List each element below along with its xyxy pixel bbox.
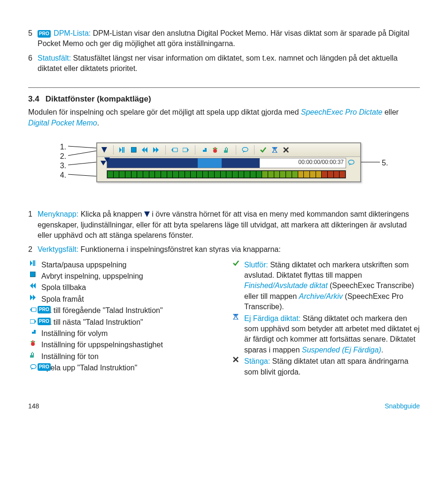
- function-text: Gå till föregående "Talad Instruktion": [41, 305, 217, 316]
- item-text: DPM-Listan visar den anslutna Digital Po…: [38, 29, 409, 47]
- stop-icon[interactable]: [130, 146, 138, 154]
- toolbar-functions-right: Slutför: Stäng diktatet och markera utsk…: [231, 260, 420, 378]
- toolbar-separator: [165, 145, 166, 155]
- callout-lines-left: [68, 142, 96, 186]
- toolbar-separator: [113, 145, 114, 155]
- player-vu-row: [97, 169, 360, 181]
- forward-icon[interactable]: [152, 146, 161, 154]
- menu-button-icon[interactable]: [100, 146, 108, 154]
- callout-lines-right: [361, 142, 380, 186]
- function-item: Spola tillbaka: [28, 282, 217, 293]
- tone-icon[interactable]: [223, 146, 231, 154]
- player-timeline-row: 00:00:00/00:00:37: [97, 157, 360, 169]
- intro-mid: eller: [382, 108, 399, 116]
- prev-instruction-icon[interactable]: [170, 146, 179, 154]
- tone-icon: [30, 352, 37, 358]
- function-item: Stänga: Stäng diktatet utan att spara än…: [231, 356, 420, 377]
- inline-link: Finished/Avslutade diktat: [244, 281, 328, 289]
- next-instruction-icon[interactable]: [182, 146, 190, 154]
- play-pause-icon[interactable]: [118, 146, 127, 154]
- svg-line-24: [68, 162, 96, 165]
- callout-3: 3.: [60, 161, 66, 171]
- finish-icon[interactable]: [259, 146, 268, 154]
- play-icon: [30, 260, 37, 266]
- inline-link: Archive/Arkiv: [299, 292, 343, 300]
- figure-left-callouts: 1. 2. 3. 4.: [60, 142, 66, 180]
- compact-player-window: 00:00:00/00:00:37: [96, 142, 361, 182]
- rewind-icon[interactable]: [141, 146, 149, 154]
- instruction-balloon-button[interactable]: [346, 160, 357, 166]
- page-number: 148: [28, 402, 39, 411]
- close-icon: [233, 357, 239, 362]
- pro-badge: PRO: [38, 306, 51, 313]
- vu-meter: [107, 170, 346, 179]
- function-item: Starta/pausa uppspelning: [28, 260, 217, 270]
- function-item: Inställning för ton: [28, 352, 217, 362]
- item-label: Menyknapp:: [38, 210, 78, 218]
- function-text: Inställning för ton: [41, 352, 217, 362]
- callout-1: 1.: [60, 142, 66, 152]
- section-intro: Modulen för inspelning och spelare gör d…: [28, 107, 420, 128]
- toolbar-separator: [236, 145, 236, 155]
- function-text: Spola tillbaka: [41, 282, 217, 293]
- intro-after: .: [97, 119, 99, 127]
- timeline-time: 00:00:00/00:00:37: [298, 158, 344, 166]
- page-footer: 148 Snabbguide: [28, 402, 420, 411]
- item-number: 5: [28, 28, 38, 49]
- timeline-playhead-icon[interactable]: [104, 157, 110, 162]
- player-toolbar: [97, 143, 360, 157]
- fwd-icon: [30, 295, 37, 300]
- link-speechexec: SpeechExec Pro Dictate: [301, 108, 382, 116]
- item-text: Klicka på knappen: [81, 210, 144, 218]
- function-item: Ej Färdiga diktat: Stäng diktatet och ma…: [231, 313, 420, 356]
- section-number: 3.4: [28, 94, 43, 105]
- function-item: Slutför: Stäng diktatet och markera utsk…: [231, 260, 420, 312]
- item-number: 6: [28, 53, 38, 74]
- stop-icon: [30, 272, 37, 277]
- footer-label: Snabbguide: [385, 402, 420, 411]
- function-text: Avbryt inspelning, uppspelning: [41, 271, 217, 281]
- function-text: Spela upp "Talad Instruktion": [41, 363, 217, 373]
- function-text: Starta/pausa uppspelning: [41, 260, 217, 270]
- prev-instr-icon: PRO: [30, 306, 52, 313]
- balloon-icon: PRO: [30, 363, 52, 371]
- toolbar-separator: [195, 145, 195, 155]
- function-text: Gå till nästa "Talad Instruktion": [41, 317, 217, 328]
- function-lead: Slutför:: [244, 261, 268, 269]
- function-text-part: .: [381, 346, 383, 354]
- callout-4: 4.: [60, 171, 66, 180]
- pro-badge: PRO: [38, 318, 51, 325]
- function-item: Inställning för volym: [28, 328, 217, 339]
- function-item: PROSpela upp "Talad Instruktion": [28, 363, 217, 373]
- function-lead: Stänga:: [244, 357, 270, 365]
- function-text: Spola framåt: [41, 294, 217, 305]
- function-text: Inställning för uppspelningshastighet: [41, 340, 217, 350]
- figure-right-callouts: 5.: [382, 142, 388, 168]
- function-text: Inställning för volym: [41, 328, 217, 339]
- svg-line-22: [68, 146, 96, 148]
- function-item: Spola framåt: [28, 294, 217, 305]
- svg-line-23: [68, 151, 96, 156]
- volume-icon[interactable]: [200, 146, 209, 154]
- item-label: DPM-Lista:: [54, 29, 91, 37]
- svg-line-25: [68, 174, 96, 176]
- suspend-icon[interactable]: [270, 146, 279, 154]
- toolbar-separator: [254, 145, 255, 155]
- speed-icon: [30, 340, 37, 346]
- callout-5: 5.: [382, 158, 388, 168]
- pro-badge: PRO: [38, 363, 51, 371]
- item-label: Statusfält:: [38, 54, 71, 62]
- list-item: 5PRO DPM-Lista: DPM-Listan visar den ans…: [28, 28, 420, 49]
- vol-icon: [30, 329, 37, 335]
- list-item: 2Verktygsfält: Funktionerna i inspelning…: [28, 244, 420, 255]
- intro-text: Modulen för inspelning och spelare gör d…: [28, 108, 301, 116]
- close-icon[interactable]: [282, 146, 290, 154]
- speed-icon[interactable]: [211, 146, 220, 154]
- play-instruction-icon[interactable]: [241, 146, 249, 154]
- player-timeline[interactable]: 00:00:00/00:00:37: [107, 158, 346, 168]
- player-figure: 1. 2. 3. 4.: [28, 142, 420, 186]
- function-item: Inställning för uppspelningshastighet: [28, 340, 217, 350]
- link-dpm: Digital Pocket Memo: [28, 119, 97, 127]
- list-item: 6Statusfält: Statusfältet längst ner vis…: [28, 53, 420, 74]
- section-heading: 3.4 Diktatfönster (kompaktläge): [28, 94, 420, 105]
